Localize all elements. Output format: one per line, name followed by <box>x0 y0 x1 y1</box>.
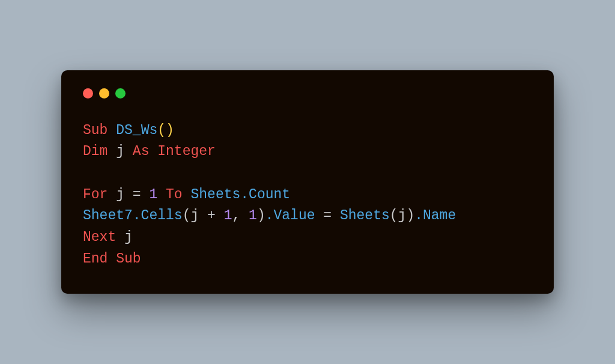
space <box>157 187 166 202</box>
kw-dim: Dim <box>83 144 108 159</box>
paren-open-jplus: (j + <box>183 208 224 223</box>
space <box>183 187 191 202</box>
var-j: j <box>108 144 132 159</box>
code-line-2: Dim j As Integer <box>83 144 216 159</box>
prop-sheets-count: Sheets.Count <box>190 187 290 202</box>
lit-1c: 1 <box>249 208 257 223</box>
code-block: Sub DS_Ws() Dim j As Integer For j = 1 T… <box>83 120 532 270</box>
kw-to: To <box>166 187 183 202</box>
kw-next: Next <box>83 229 116 245</box>
obj-sheets: Sheets <box>340 208 390 223</box>
kw-end-sub: End Sub <box>83 251 141 267</box>
obj-sheet7-cells: Sheet7.Cells <box>83 208 183 223</box>
code-line-6: Next j <box>83 229 133 245</box>
kw-integer: Integer <box>157 144 216 159</box>
code-line-5: Sheet7.Cells(j + 1, 1).Value = Sheets(j)… <box>83 208 456 223</box>
window-traffic-lights <box>83 88 532 99</box>
var-j2: j <box>116 229 133 245</box>
comma: , <box>232 208 249 223</box>
lit-1a: 1 <box>149 187 157 202</box>
code-line-1: Sub DS_Ws() <box>83 123 174 138</box>
kw-as: As <box>133 144 150 159</box>
minimize-icon <box>99 88 109 99</box>
zoom-icon <box>115 88 126 99</box>
code-window: Sub DS_Ws() Dim j As Integer For j = 1 T… <box>61 70 554 294</box>
kw-sub: Sub <box>83 123 108 138</box>
paren-close: ) <box>257 208 265 223</box>
prop-value: .Value <box>265 208 315 223</box>
code-line-7: End Sub <box>83 251 141 267</box>
kw-for: For <box>83 187 108 202</box>
close-icon <box>83 88 93 99</box>
lit-1b: 1 <box>224 208 232 223</box>
prop-name: .Name <box>414 208 456 223</box>
space <box>108 123 116 138</box>
parens: () <box>157 123 174 138</box>
expr-jeq: j = <box>108 187 149 202</box>
fn-name: DS_Ws <box>116 123 157 138</box>
eq: = <box>315 208 340 223</box>
space <box>149 144 157 159</box>
paren-j: (j) <box>390 208 414 223</box>
code-line-4: For j = 1 To Sheets.Count <box>83 187 290 202</box>
